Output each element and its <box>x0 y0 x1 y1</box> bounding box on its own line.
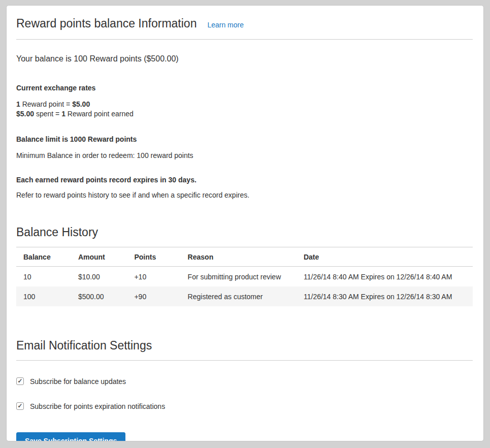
column-header-points: Points <box>127 247 180 267</box>
column-header-reason: Reason <box>181 247 297 267</box>
table-row: 100 $500.00 +90 Registered as customer 1… <box>16 286 473 306</box>
reward-points-card: Reward points balance Information Learn … <box>6 5 484 441</box>
cell-points: +90 <box>127 286 180 306</box>
exchange-rates: 1 Reward point = $5.00 $5.00 spent = 1 R… <box>16 100 473 119</box>
rate-point-to-currency: 1 Reward point = $5.00 <box>16 100 473 109</box>
table-header-row: Balance Amount Points Reason Date <box>16 247 473 267</box>
page-title: Reward points balance Information <box>16 17 197 31</box>
balance-updates-checkbox[interactable] <box>16 377 24 385</box>
cell-date: 11/26/14 8:30 AM Expires on 12/26/14 8:3… <box>297 286 473 306</box>
save-subscription-settings-button[interactable]: Save Subscription Settings <box>16 432 125 441</box>
expiration-note-text: Refer to reward points history to see if… <box>16 191 473 199</box>
cell-reason: Registered as customer <box>181 286 297 306</box>
cell-amount: $500.00 <box>71 286 127 306</box>
expiration-notifications-label[interactable]: Subscribe for points expiration notifica… <box>30 402 165 410</box>
cell-amount: $10.00 <box>71 267 127 287</box>
cell-date: 11/26/14 8:40 AM Expires on 12/26/14 8:4… <box>297 267 473 287</box>
table-row: 10 $10.00 +10 For submitting product rev… <box>16 267 473 287</box>
page-header: Reward points balance Information Learn … <box>16 13 473 40</box>
cell-reason: For submitting product review <box>181 267 297 287</box>
cell-balance: 10 <box>16 267 71 287</box>
learn-more-link[interactable]: Learn more <box>207 21 244 29</box>
column-header-date: Date <box>297 247 473 267</box>
cell-points: +10 <box>127 267 180 287</box>
email-settings-header: Email Notification Settings <box>16 339 473 361</box>
column-header-balance: Balance <box>16 247 71 267</box>
balance-limit-text: Balance limit is 1000 Reward points <box>16 135 473 143</box>
column-header-amount: Amount <box>71 247 127 267</box>
expiration-notifications-checkbox[interactable] <box>16 402 24 410</box>
balance-updates-option: Subscribe for balance updates <box>16 377 473 386</box>
minimum-balance-text: Minimum Balance in order to redeem: 100 … <box>16 151 473 159</box>
rate-currency-to-point: $5.00 spent = 1 Reward point earned <box>16 109 473 119</box>
balance-summary: Your balance is 100 Reward points ($500.… <box>16 54 473 63</box>
cell-balance: 100 <box>16 286 71 306</box>
balance-history-table: Balance Amount Points Reason Date 10 $10… <box>16 247 473 306</box>
expiration-notifications-option: Subscribe for points expiration notifica… <box>16 402 473 410</box>
balance-updates-label[interactable]: Subscribe for balance updates <box>30 377 126 386</box>
balance-history-title: Balance History <box>16 226 473 240</box>
exchange-rates-heading: Current exchange rates <box>16 84 473 92</box>
expiration-rule-text: Each earned reward points record expires… <box>16 176 473 184</box>
page-background: Reward points balance Information Learn … <box>0 0 490 448</box>
email-settings-title: Email Notification Settings <box>16 339 473 353</box>
